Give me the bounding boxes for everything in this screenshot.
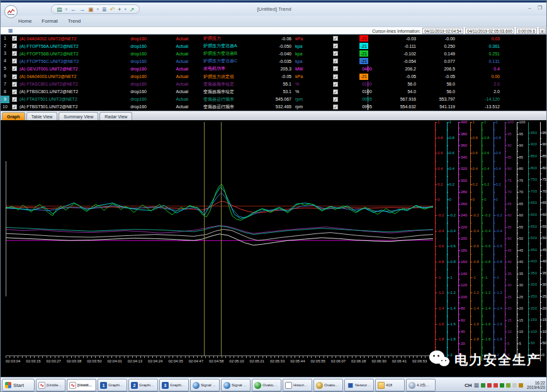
scale-range-bar[interactable]: 0100	[359, 89, 368, 95]
grid-icon[interactable]: ▦	[8, 28, 13, 33]
scale-min: 0	[359, 89, 364, 94]
ribbon-tab-home[interactable]: Home	[18, 18, 31, 24]
taskbar-button[interactable]: 2Graphics - -...	[128, 379, 158, 391]
tray-icon[interactable]	[519, 383, 523, 388]
trend-chart[interactable]: 10.80.60.40.20-0.2-0.4-0.6-0.8-1-1.2-1.4…	[1, 120, 547, 377]
taskbar-button[interactable]: Ovation Alar...	[252, 379, 281, 391]
taskbar-button[interactable]: Historical Re...	[283, 379, 312, 391]
taskbar-button[interactable]: 3Graphics - -...	[159, 379, 189, 391]
table-row[interactable]: 10✓(A) FTBST501.UNIT2@NET2drop160Actual变…	[1, 103, 547, 111]
taskbar-button[interactable]: Signal Diagra...	[221, 379, 251, 391]
scale-range-bar[interactable]: 0995	[359, 104, 368, 110]
scale-min: 0	[359, 97, 364, 101]
taskbar-clock[interactable]: 16:22 2019/4/20	[525, 381, 545, 389]
axis-tick	[517, 238, 519, 239]
scale-checkbox[interactable]: ✓	[312, 59, 359, 64]
row-checkbox[interactable]: ✓	[9, 66, 20, 71]
cursor-span-field[interactable]: 0:00:09.6	[516, 28, 537, 34]
taskbar-button[interactable]: ∿[Untitled] Tr...	[36, 379, 65, 391]
scale-range-bar[interactable]: 0100	[359, 81, 368, 87]
axis-minor-tick	[458, 163, 460, 164]
scale-range-bar[interactable]: -21	[359, 35, 368, 42]
axis-minor-tick	[435, 176, 436, 177]
taskbar-button[interactable]: ∿[Untitled] T...	[67, 379, 96, 391]
scale-range-bar[interactable]: -21	[359, 58, 368, 64]
table-row[interactable]: 1✓(A) 04A04002.UNIT2@NET2drop160Actual炉膛…	[1, 35, 547, 42]
scale-range-bar[interactable]: -21	[359, 50, 368, 57]
table-row[interactable]: 7✓(A) FTASC801.UNIT2@NET2drop160Actual变频…	[1, 81, 547, 88]
taskbar-button[interactable]: Ovation Poin...	[313, 379, 343, 391]
table-row[interactable]: 9✓(A) FTAST501.UNIT2@NET2drop160Actual变频…	[1, 96, 547, 103]
close-icon[interactable]: x	[539, 28, 546, 34]
restore-button[interactable]: ❐	[536, 5, 544, 11]
cursor-line[interactable]	[204, 122, 205, 356]
taskbar-button[interactable]: Signal Diagra...	[190, 379, 220, 391]
view-tab-table-view[interactable]: Table View	[26, 112, 58, 120]
cursor-start-field[interactable]: 04/11/2019 02:04:54	[422, 28, 463, 34]
axis-label: 650	[531, 201, 537, 204]
scale-checkbox[interactable]: ✓	[312, 104, 359, 109]
row-checkbox[interactable]: ✓	[9, 74, 20, 79]
scale-checkbox[interactable]: ✓	[312, 66, 359, 71]
tray-icon[interactable]	[512, 383, 517, 388]
axis-minor-tick	[470, 145, 471, 146]
tray-icon[interactable]	[506, 383, 510, 388]
row-checkbox[interactable]: ✓	[9, 97, 20, 102]
scale-checkbox[interactable]: ✓	[312, 36, 359, 41]
table-row[interactable]: 6✓(A) 04A04003.UNIT2@NET2drop160Actual炉膛…	[1, 72, 547, 80]
view-tab-summary-view[interactable]: Summary View	[59, 112, 98, 120]
scale-min: -2	[359, 74, 364, 79]
axis-label: 15	[519, 318, 524, 322]
scale-checkbox[interactable]: ✓	[312, 89, 359, 94]
row-checkbox[interactable]: ✓	[9, 51, 20, 56]
minimize-button[interactable]: –	[526, 5, 534, 11]
row-checkbox[interactable]: ✓	[9, 59, 20, 64]
tray-icon[interactable]	[487, 383, 492, 388]
language-indicator[interactable]: CH	[465, 383, 472, 388]
row-checkbox[interactable]: ✓	[9, 104, 20, 109]
axis-tick	[505, 145, 507, 146]
tray-icon[interactable]	[500, 383, 504, 388]
taskbar-button[interactable]: 1Graphics - -...	[98, 379, 127, 391]
table-row[interactable]: 8✓(A) FTBSC801.UNIT2@NET2drop160Actual变频…	[1, 88, 547, 96]
app-icon[interactable]	[4, 5, 18, 18]
table-row[interactable]: 5✓(A) GEVJT001.UNIT2@NET2drop160Actual发电…	[1, 65, 547, 72]
scale-checkbox[interactable]: ✓	[312, 51, 359, 56]
scale-range-bar[interactable]: -21	[359, 74, 368, 80]
axis-minor-tick	[528, 291, 529, 291]
taskbar-button-label: Network and...	[355, 383, 371, 387]
row-checkbox[interactable]: ✓	[9, 43, 20, 48]
table-row[interactable]: 2✓(A) FTOPT56A.UNIT2@NET2drop160Actual炉膛…	[1, 42, 547, 50]
scale-range-bar[interactable]: -21	[359, 43, 368, 49]
view-tab-graph[interactable]: Graph	[2, 112, 25, 120]
tray-icon[interactable]	[493, 383, 498, 388]
scale-range-bar[interactable]: 0995	[359, 96, 368, 103]
table-row[interactable]: 4✓(A) FTOPT56C.UNIT2@NET2drop160Actual炉膛…	[1, 57, 547, 65]
scale-checkbox[interactable]: ✓	[312, 82, 359, 87]
taskbar-button[interactable]: 4.2负压调...	[406, 379, 436, 391]
scale-checkbox[interactable]: ✓	[312, 97, 359, 102]
cursor-end-field[interactable]: 04/11/2019 02:05:03.600	[465, 28, 514, 34]
table-row[interactable]: 3✓(A) FTOPT56B.UNIT2@NET2drop160Actual炉膛…	[1, 50, 547, 57]
taskbar-button[interactable]: ▦Network and...	[344, 379, 374, 391]
scale-checkbox[interactable]: ✓	[312, 43, 359, 48]
start-button[interactable]: Start	[2, 379, 35, 391]
scale-range-bar[interactable]: 0400	[359, 65, 368, 72]
row-checkbox[interactable]: ✓	[9, 36, 20, 41]
taskbar-button-label: 4.2负压调...	[417, 383, 433, 388]
ribbon-tab-format[interactable]: Format	[42, 18, 57, 24]
ribbon-tab-trend[interactable]: Trend	[68, 18, 81, 24]
cursor-line[interactable]	[221, 122, 222, 356]
row-checkbox[interactable]: ✓	[9, 82, 20, 87]
plot-area[interactable]	[6, 122, 433, 356]
checkbox-icon: ✓	[12, 89, 17, 94]
axis-tick	[470, 122, 472, 123]
axis-label: 0	[449, 198, 451, 201]
tray-icon[interactable]	[481, 383, 485, 388]
keyboard-icon[interactable]: ▦	[474, 382, 480, 388]
axis-label: 65	[507, 202, 512, 206]
row-checkbox[interactable]: ✓	[9, 89, 20, 94]
view-tab-radar-view[interactable]: Radar View	[99, 112, 132, 120]
scale-checkbox[interactable]: ✓	[312, 74, 359, 79]
taskbar-button[interactable]: 418	[375, 379, 405, 391]
